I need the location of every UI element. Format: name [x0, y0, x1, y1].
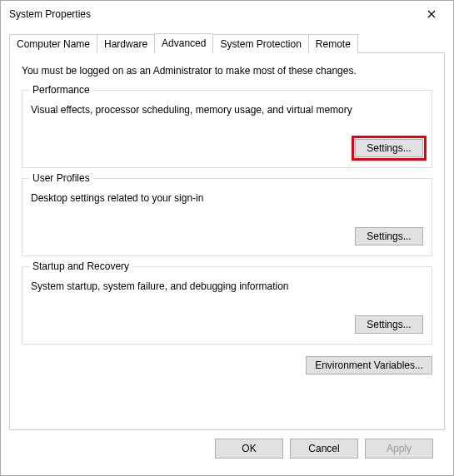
performance-settings-button[interactable]: Settings... [355, 139, 423, 157]
startup-recovery-legend: Startup and Recovery [29, 260, 132, 272]
environment-variables-button[interactable]: Environment Variables... [306, 356, 432, 374]
startup-recovery-button-row: Settings... [31, 315, 423, 334]
tab-panel-advanced: You must be logged on as an Administrato… [9, 52, 445, 430]
performance-group: Performance Visual effects, processor sc… [22, 90, 432, 168]
startup-recovery-group: Startup and Recovery System startup, sys… [22, 266, 432, 345]
system-properties-window: System Properties Computer Name Hardware… [0, 0, 454, 476]
close-icon [427, 10, 436, 18]
tab-strip: Computer Name Hardware Advanced System P… [9, 32, 445, 52]
user-profiles-desc: Desktop settings related to your sign-in [31, 192, 423, 204]
tab-computer-name[interactable]: Computer Name [9, 34, 97, 53]
env-vars-row: Environment Variables... [22, 356, 432, 374]
startup-recovery-desc: System startup, system failure, and debu… [31, 280, 423, 292]
apply-button[interactable]: Apply [365, 439, 433, 459]
content-area: Computer Name Hardware Advanced System P… [1, 27, 453, 475]
cancel-button[interactable]: Cancel [290, 439, 358, 459]
tab-remote[interactable]: Remote [308, 34, 358, 53]
user-profiles-legend: User Profiles [29, 172, 93, 184]
tab-system-protection[interactable]: System Protection [212, 34, 308, 53]
ok-button[interactable]: OK [215, 439, 283, 459]
close-button[interactable] [418, 4, 445, 24]
admin-warning-text: You must be logged on as an Administrato… [22, 65, 432, 77]
tab-hardware[interactable]: Hardware [97, 34, 155, 53]
performance-desc: Visual effects, processor scheduling, me… [31, 104, 423, 116]
performance-button-row: Settings... [31, 139, 423, 157]
performance-legend: Performance [29, 84, 93, 96]
user-profiles-settings-button[interactable]: Settings... [355, 227, 423, 245]
user-profiles-button-row: Settings... [31, 227, 423, 245]
window-title: System Properties [9, 8, 91, 20]
tab-advanced[interactable]: Advanced [154, 33, 213, 53]
titlebar: System Properties [1, 1, 453, 27]
dialog-footer: OK Cancel Apply [9, 430, 445, 467]
startup-recovery-settings-button[interactable]: Settings... [355, 315, 423, 334]
user-profiles-group: User Profiles Desktop settings related t… [22, 178, 432, 256]
